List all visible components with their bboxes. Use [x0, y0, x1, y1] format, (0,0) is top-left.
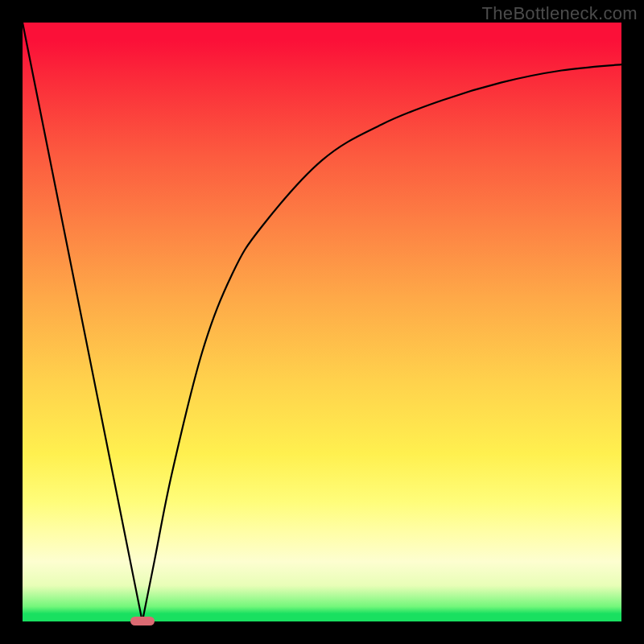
optimal-region-marker [130, 617, 155, 625]
watermark-text: TheBottleneck.com [482, 3, 638, 24]
chart-curves [23, 23, 621, 621]
chart-frame: TheBottleneck.com [0, 0, 644, 644]
series-left-branch [23, 23, 142, 621]
series-right-branch [142, 64, 621, 621]
